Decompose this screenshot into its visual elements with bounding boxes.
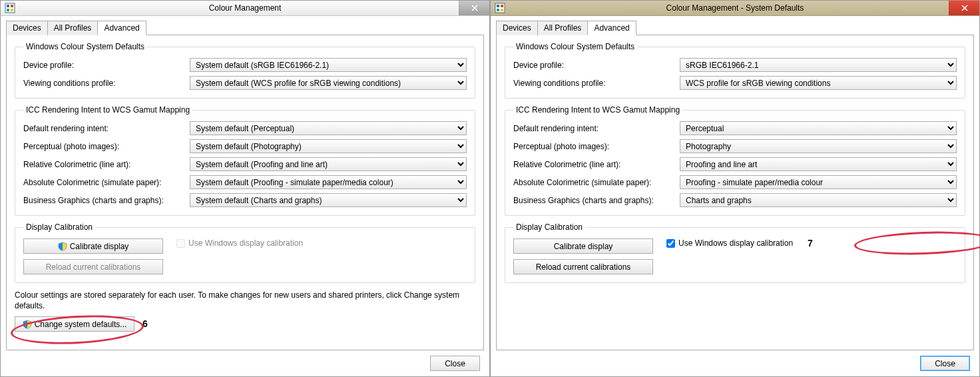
absolute-colorimetric-select[interactable]: Proofing - simulate paper/media colour xyxy=(680,175,957,189)
titlebar[interactable]: Colour Management xyxy=(1,1,489,16)
business-graphics-label: Business Graphics (charts and graphs): xyxy=(23,196,190,205)
group-display-calibration: Display Calibration Calibrate display Re… xyxy=(15,222,475,283)
window-colour-management: Colour Management Devices All Profiles A… xyxy=(0,0,490,377)
group-wcs-legend: Windows Colour System Defaults xyxy=(513,42,637,51)
tab-all-profiles[interactable]: All Profiles xyxy=(537,21,589,35)
calibrate-display-button[interactable]: Calibrate display xyxy=(23,238,163,254)
viewing-conditions-select[interactable]: WCS profile for sRGB viewing conditions xyxy=(680,76,957,90)
perceptual-select[interactable]: Photography xyxy=(680,139,957,153)
group-calib-legend: Display Calibration xyxy=(23,222,95,232)
tab-devices[interactable]: Devices xyxy=(496,21,538,35)
default-intent-label: Default rendering intent: xyxy=(23,124,190,133)
device-profile-label: Device profile: xyxy=(513,61,680,70)
svg-rect-8 xyxy=(497,9,499,11)
tab-strip: Devices All Profiles Advanced xyxy=(6,20,484,35)
svg-rect-1 xyxy=(7,5,9,7)
device-profile-label: Device profile: xyxy=(23,61,190,70)
svg-rect-7 xyxy=(501,5,503,7)
perceptual-label: Perceptual (photo images): xyxy=(23,142,190,151)
reload-calibrations-button[interactable]: Reload current calibrations xyxy=(23,259,163,274)
relative-colorimetric-select[interactable]: Proofing and line art xyxy=(680,157,957,171)
absolute-colorimetric-select[interactable]: System default (Proofing - simulate pape… xyxy=(190,175,467,189)
tab-advanced[interactable]: Advanced xyxy=(97,21,146,35)
device-profile-select[interactable]: System default (sRGB IEC61966-2.1) xyxy=(190,58,467,72)
use-windows-calibration-input[interactable] xyxy=(666,239,675,248)
svg-rect-2 xyxy=(11,5,13,7)
close-window-button[interactable] xyxy=(949,1,979,15)
group-calib-legend: Display Calibration xyxy=(513,222,585,232)
use-windows-calibration-label: Use Windows display calibration xyxy=(188,238,303,248)
device-profile-select[interactable]: sRGB IEC61966-2.1 xyxy=(680,58,957,72)
svg-rect-9 xyxy=(501,9,503,11)
change-system-defaults-label: Change system defaults... xyxy=(35,320,127,329)
relative-colorimetric-label: Relative Colorimetric (line art): xyxy=(23,160,190,169)
svg-rect-6 xyxy=(497,5,499,7)
uac-shield-icon xyxy=(23,320,32,329)
reload-calibrations-button[interactable]: Reload current calibrations xyxy=(513,259,653,274)
app-icon xyxy=(495,3,505,13)
group-wcs-defaults: Windows Colour System Defaults Device pr… xyxy=(15,42,475,99)
group-icc-mapping: ICC Rendering Intent to WCS Gamut Mappin… xyxy=(15,105,475,216)
app-icon xyxy=(5,3,15,13)
relative-colorimetric-label: Relative Colorimetric (line art): xyxy=(513,160,680,169)
titlebar[interactable]: Colour Management - System Defaults xyxy=(491,1,979,16)
absolute-colorimetric-label: Absolute Colorimetric (simulate paper): xyxy=(513,178,680,187)
absolute-colorimetric-label: Absolute Colorimetric (simulate paper): xyxy=(23,178,190,187)
business-graphics-select[interactable]: Charts and graphs xyxy=(680,193,957,207)
use-windows-calibration-checkbox[interactable]: Use Windows display calibration xyxy=(666,238,793,248)
group-wcs-legend: Windows Colour System Defaults xyxy=(23,42,147,51)
group-display-calibration: Display Calibration Calibrate display Re… xyxy=(505,222,965,283)
window-colour-management-system-defaults: Colour Management - System Defaults Devi… xyxy=(490,0,980,377)
system-defaults-note: Colour settings are stored separately fo… xyxy=(15,290,475,311)
calibrate-display-label: Calibrate display xyxy=(70,242,129,251)
perceptual-label: Perceptual (photo images): xyxy=(513,142,680,151)
default-intent-label: Default rendering intent: xyxy=(513,124,680,133)
viewing-conditions-select[interactable]: System default (WCS profile for sRGB vie… xyxy=(190,76,467,90)
group-wcs-defaults: Windows Colour System Defaults Device pr… xyxy=(505,42,965,99)
viewing-conditions-label: Viewing conditions profile: xyxy=(513,79,680,88)
change-system-defaults-button[interactable]: Change system defaults... xyxy=(15,316,134,332)
tab-advanced[interactable]: Advanced xyxy=(587,21,636,35)
window-title: Colour Management xyxy=(1,3,489,13)
tab-all-profiles[interactable]: All Profiles xyxy=(47,21,99,35)
annotation-7: 7 xyxy=(808,238,813,248)
close-window-button[interactable] xyxy=(459,1,489,15)
close-button[interactable]: Close xyxy=(920,356,970,371)
group-icc-legend: ICC Rendering Intent to WCS Gamut Mappin… xyxy=(513,105,682,115)
relative-colorimetric-select[interactable]: System default (Proofing and line art) xyxy=(190,157,467,171)
annotation-6: 6 xyxy=(142,318,148,329)
default-intent-select[interactable]: Perceptual xyxy=(680,121,957,135)
use-windows-calibration-label: Use Windows display calibration xyxy=(678,238,793,248)
use-windows-calibration-checkbox: Use Windows display calibration xyxy=(176,238,303,248)
close-button[interactable]: Close xyxy=(430,356,480,371)
viewing-conditions-label: Viewing conditions profile: xyxy=(23,79,190,88)
annotation-circle-7 xyxy=(854,229,980,256)
calibrate-display-button[interactable]: Calibrate display xyxy=(513,238,653,254)
group-icc-legend: ICC Rendering Intent to WCS Gamut Mappin… xyxy=(23,105,192,115)
perceptual-select[interactable]: System default (Photography) xyxy=(190,139,467,153)
svg-rect-4 xyxy=(11,9,13,11)
uac-shield-icon xyxy=(58,242,67,251)
use-windows-calibration-input xyxy=(176,239,185,248)
tab-devices[interactable]: Devices xyxy=(6,21,48,35)
default-intent-select[interactable]: System default (Perceptual) xyxy=(190,121,467,135)
business-graphics-label: Business Graphics (charts and graphs): xyxy=(513,196,680,205)
business-graphics-select[interactable]: System default (Charts and graphs) xyxy=(190,193,467,207)
tab-strip: Devices All Profiles Advanced xyxy=(496,20,974,35)
svg-rect-3 xyxy=(7,9,9,11)
window-title: Colour Management - System Defaults xyxy=(491,3,979,13)
group-icc-mapping: ICC Rendering Intent to WCS Gamut Mappin… xyxy=(505,105,965,216)
